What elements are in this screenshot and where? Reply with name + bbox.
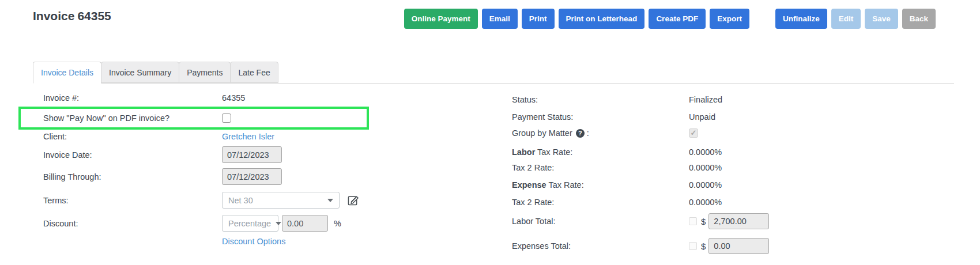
expense-tax-rate-value: 0.0000% [689, 180, 722, 190]
terms-row: Terms: Net 30 [43, 192, 359, 209]
expense-tax2-rate-value: 0.0000% [689, 198, 722, 207]
labor-total-currency: $ [701, 217, 706, 226]
expense-tax-rate-row: Expense Tax Rate: 0.0000% [512, 179, 722, 191]
expense-tax2-rate-label: Tax 2 Rate: [512, 198, 689, 207]
tab-bar: Invoice Details Invoice Summary Payments… [33, 62, 954, 84]
discount-label: Discount: [43, 219, 222, 228]
invoice-date-row: Invoice Date: [43, 146, 282, 163]
email-button[interactable]: Email [482, 9, 518, 29]
labor-tax-rate-value: 0.0000% [689, 147, 722, 157]
group-by-matter-row: Group by Matter ? : ✓ [512, 127, 698, 139]
invoice-number-title: 64355 [77, 9, 111, 22]
group-by-matter-label: Group by Matter ? : [512, 128, 689, 138]
expenses-total-checkbox [689, 242, 697, 250]
billing-through-input[interactable] [222, 168, 282, 185]
invoice-date-label: Invoice Date: [43, 150, 222, 160]
labor-total-row: Labor Total: $ [512, 213, 769, 229]
discount-row: Discount: Percentage % [43, 215, 341, 232]
unfinalize-button[interactable]: Unfinalize [775, 9, 827, 29]
labor-tax-rate-label: Labor Tax Rate: [512, 147, 689, 157]
page-title: Invoice64355 [33, 9, 111, 23]
terms-label: Terms: [43, 196, 222, 205]
terms-selected-value: Net 30 [228, 196, 253, 205]
payment-status-row: Payment Status: Unpaid [512, 111, 715, 123]
invoice-date-input[interactable] [222, 146, 282, 163]
expenses-total-input[interactable] [708, 238, 769, 254]
tab-invoice-summary[interactable]: Invoice Summary [101, 62, 179, 83]
discount-options-link[interactable]: Discount Options [222, 237, 285, 246]
create-pdf-button[interactable]: Create PDF [649, 9, 706, 29]
labor-tax2-rate-row: Tax 2 Rate: 0.0000% [512, 162, 722, 173]
payment-status-label: Payment Status: [512, 112, 689, 122]
labor-total-label: Labor Total: [512, 217, 689, 226]
labor-total-input[interactable] [708, 213, 769, 229]
labor-tax2-rate-label: Tax 2 Rate: [512, 163, 689, 172]
discount-unit: % [334, 219, 341, 228]
status-row: Status: Finalized [512, 94, 722, 105]
discount-type-select[interactable]: Percentage [222, 215, 278, 232]
status-value: Finalized [689, 95, 722, 104]
export-button[interactable]: Export [710, 9, 749, 29]
edit-button[interactable]: Edit [831, 9, 861, 29]
labor-tax-rate-row: Labor Tax Rate: 0.0000% [512, 146, 722, 158]
edit-terms-icon[interactable] [348, 195, 359, 206]
client-label: Client: [43, 132, 222, 141]
billing-through-row: Billing Through: [43, 168, 282, 185]
pay-now-label: Show "Pay Now" on PDF invoice? [43, 113, 222, 123]
tab-payments[interactable]: Payments [179, 62, 231, 83]
group-by-matter-checkbox: ✓ [689, 128, 698, 138]
invoice-number-value: 64355 [222, 93, 245, 103]
dropdown-arrow-icon [276, 222, 281, 225]
tab-invoice-details[interactable]: Invoice Details [33, 62, 101, 84]
page-title-prefix: Invoice [33, 9, 74, 22]
payment-status-value: Unpaid [689, 112, 715, 122]
client-link[interactable]: Gretchen Isler [222, 132, 274, 141]
expenses-total-row: Expenses Total: $ [512, 238, 769, 254]
labor-tax2-rate-value: 0.0000% [689, 163, 722, 172]
tab-late-fee[interactable]: Late Fee [230, 62, 278, 83]
client-row: Client: Gretchen Isler [43, 131, 274, 142]
billing-through-label: Billing Through: [43, 172, 222, 181]
save-button[interactable]: Save [865, 9, 898, 29]
discount-type-value: Percentage [228, 219, 271, 228]
status-label: Status: [512, 95, 689, 104]
discount-amount-input[interactable] [282, 215, 328, 232]
dropdown-arrow-icon [327, 199, 333, 202]
invoice-number-row: Invoice #: 64355 [43, 92, 245, 104]
print-on-letterhead-button[interactable]: Print on Letterhead [559, 9, 645, 29]
toolbar: Online Payment Email Print Print on Lett… [404, 9, 936, 29]
pay-now-row: Show "Pay Now" on PDF invoice? [43, 113, 231, 123]
expense-tax2-rate-row: Tax 2 Rate: 0.0000% [512, 196, 722, 208]
labor-total-checkbox [689, 217, 697, 225]
expenses-total-label: Expenses Total: [512, 241, 689, 251]
help-icon[interactable]: ? [576, 129, 585, 138]
pay-now-checkbox[interactable] [222, 113, 231, 123]
expense-tax-rate-label: Expense Tax Rate: [512, 180, 689, 190]
expenses-total-currency: $ [701, 241, 706, 251]
invoice-number-label: Invoice #: [43, 93, 222, 103]
discount-options-row: Discount Options [222, 236, 285, 247]
invoice-page: Invoice64355 Online Payment Email Print … [0, 0, 980, 265]
terms-select[interactable]: Net 30 [222, 192, 340, 209]
back-button[interactable]: Back [902, 9, 936, 29]
print-button[interactable]: Print [522, 9, 555, 29]
online-payment-button[interactable]: Online Payment [404, 9, 478, 29]
